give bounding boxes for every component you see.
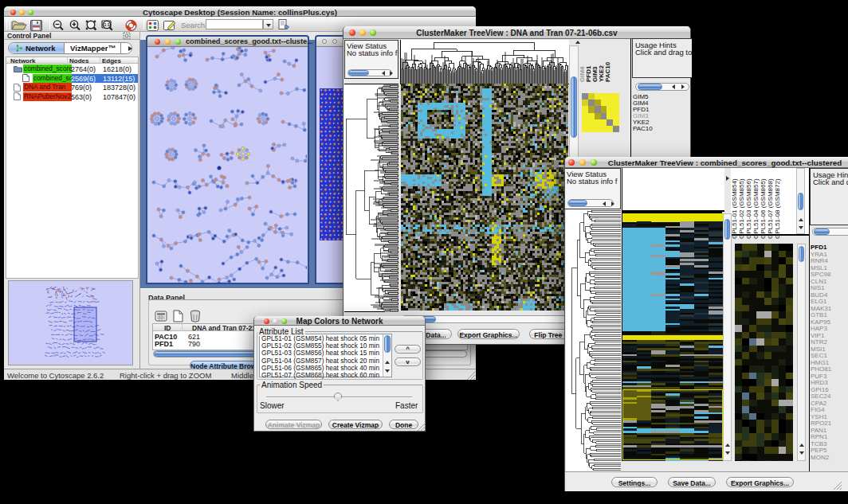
svg-text:1:1: 1:1 bbox=[104, 22, 109, 27]
